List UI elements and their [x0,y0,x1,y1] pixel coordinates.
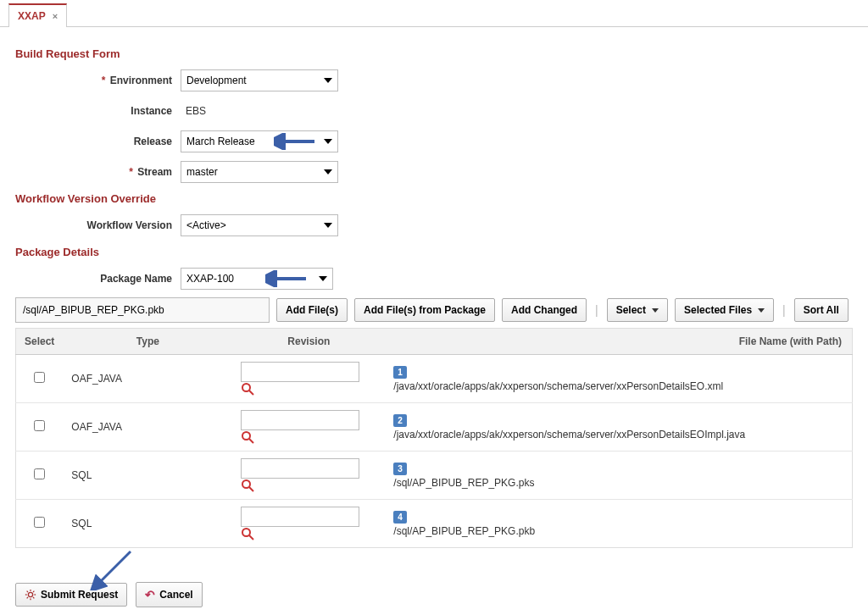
label-environment: * Environment [15,75,181,86]
separator: | [593,303,600,317]
gear-icon [25,589,36,601]
submit-request-button[interactable]: Submit Request [15,583,127,607]
row-select-checkbox[interactable] [34,517,45,528]
svg-point-8 [242,480,250,488]
col-header-type: Type [63,329,232,355]
select-stream[interactable]: master [181,161,338,183]
cell-type: OAF_JAVA [63,403,232,452]
row-select-checkbox[interactable] [34,420,45,431]
svg-line-19 [27,591,28,592]
section-workflow-override: Workflow Version Override [15,192,853,205]
file-path: /java/xxt/oracle/apps/ak/xxperson/schema… [393,380,723,392]
svg-line-13 [98,551,131,584]
selected-files-dropdown-button[interactable]: Selected Files [675,298,774,322]
svg-line-20 [33,597,34,598]
label-workflow-version: Workflow Version [15,219,181,231]
add-changed-button[interactable]: Add Changed [502,298,587,322]
search-icon[interactable] [241,382,254,396]
svg-line-5 [249,391,253,395]
select-dropdown-button[interactable]: Select [607,298,668,322]
label-release: Release [15,136,181,147]
cell-type: SQL [63,452,232,500]
file-path: /java/xxt/oracle/apps/ak/xxperson/schema… [393,429,745,440]
tab-bar: XXAP × [0,0,868,27]
undo-icon: ↶ [145,588,155,601]
select-package-name[interactable]: XXAP-100 [181,268,333,290]
file-path: /sql/AP_BIPUB_REP_PKG.pks [393,477,534,489]
col-header-file: File Name (with Path) [385,329,852,355]
file-path-input[interactable] [15,297,270,323]
files-table: Select Type Revision File Name (with Pat… [15,328,853,548]
svg-point-6 [242,432,250,440]
search-icon[interactable] [241,527,254,540]
table-row: OAF_JAVA 2/java/xxt/oracle/apps/ak/xxper… [16,403,853,452]
cell-file: 4/sql/AP_BIPUB_REP_PKG.pkb [385,500,852,548]
add-files-button[interactable]: Add File(s) [276,298,348,322]
select-release[interactable]: March Release [181,130,338,152]
revision-input[interactable] [241,362,359,382]
footer-buttons: Submit Request ↶ Cancel [15,582,853,607]
value-instance: EBS [181,105,206,117]
section-build-request: Build Request Form [15,47,853,60]
cell-file: 2/java/xxt/oracle/apps/ak/xxperson/schem… [385,403,852,452]
row-number-badge: 4 [393,511,407,524]
svg-line-21 [27,597,28,598]
row-number-badge: 1 [393,366,407,379]
label-stream: * Stream [15,166,181,178]
cancel-label: Cancel [159,589,192,601]
search-icon[interactable] [241,479,254,492]
svg-line-22 [33,591,34,592]
row-number-badge: 2 [393,414,407,427]
row-select-checkbox[interactable] [34,372,45,383]
select-environment[interactable]: Development [181,69,338,91]
svg-line-9 [249,487,253,491]
file-toolbar: Add File(s) Add File(s) from Package Add… [15,297,853,323]
label-instance: Instance [15,105,181,117]
cell-type: OAF_JAVA [63,355,232,403]
svg-line-11 [249,535,253,540]
label-package-name: Package Name [15,273,181,285]
sort-all-button[interactable]: Sort All [794,298,849,322]
cell-file: 1/java/xxt/oracle/apps/ak/xxperson/schem… [385,355,852,403]
revision-input[interactable] [241,507,359,527]
table-row: SQL 3/sql/AP_BIPUB_REP_PKG.pks [16,452,853,500]
svg-point-10 [242,529,250,536]
separator: | [781,303,787,317]
row-number-badge: 3 [393,463,407,475]
svg-point-4 [242,384,250,391]
tab-xxap[interactable]: XXAP × [8,3,67,27]
cell-type: SQL [63,500,232,548]
section-package-details: Package Details [15,246,853,258]
table-row: OAF_JAVA 1/java/xxt/oracle/apps/ak/xxper… [16,355,853,403]
file-path: /sql/AP_BIPUB_REP_PKG.pkb [393,525,535,537]
submit-label: Submit Request [41,589,118,601]
col-header-revision: Revision [232,329,385,355]
cancel-button[interactable]: ↶ Cancel [136,582,202,607]
svg-point-14 [28,592,32,596]
col-header-select: Select [16,329,64,355]
revision-input[interactable] [241,458,359,479]
revision-input[interactable] [241,410,359,430]
select-workflow-version[interactable]: <Active> [181,214,338,236]
row-select-checkbox[interactable] [34,468,45,479]
table-row: SQL 4/sql/AP_BIPUB_REP_PKG.pkb [16,500,853,548]
close-icon[interactable]: × [53,11,58,21]
search-icon[interactable] [241,430,254,444]
svg-line-7 [249,439,253,443]
add-files-from-package-button[interactable]: Add File(s) from Package [354,298,495,322]
tab-label: XXAP [18,10,46,22]
cell-file: 3/sql/AP_BIPUB_REP_PKG.pks [385,452,852,500]
